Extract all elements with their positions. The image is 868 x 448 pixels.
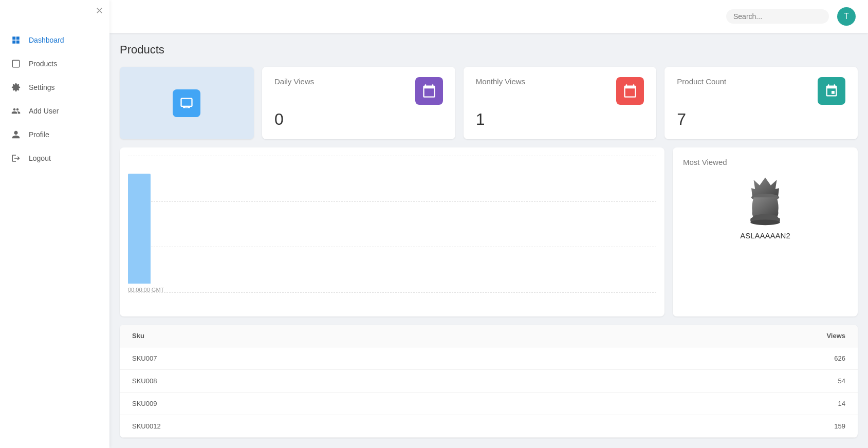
table-row: SKU008 54 (120, 370, 858, 393)
sidebar-item-label: Profile (29, 130, 49, 139)
avatar[interactable]: T (837, 7, 856, 26)
search-input[interactable] (733, 12, 822, 21)
daily-views-label: Daily Views (274, 77, 314, 86)
table-row: SKU009 14 (120, 393, 858, 415)
daily-views-card: Daily Views 0 (262, 67, 455, 139)
sidebar-nav: Dashboard Products Settings Add User Pro (0, 28, 109, 170)
svg-rect-3 (16, 41, 20, 44)
product-count-label: Product Count (677, 77, 726, 86)
products-icon (10, 58, 22, 69)
monthly-views-value: 1 (476, 110, 644, 129)
daily-views-value: 0 (274, 110, 443, 129)
monitor-icon-box (173, 89, 200, 117)
most-viewed-card: Most Viewed (673, 147, 858, 316)
product-name: ASLAAAAAN2 (740, 231, 790, 240)
search-bar[interactable] (726, 9, 829, 24)
most-viewed-title: Most Viewed (683, 158, 727, 166)
cell-views: 159 (526, 415, 858, 438)
sidebar-item-label: Dashboard (29, 36, 64, 44)
sidebar-item-products[interactable]: Products (0, 52, 109, 76)
add-user-icon (10, 105, 22, 117)
chart-bars: 00:00:00 GMT (128, 156, 656, 293)
main-content: T Products Daily Views (109, 0, 868, 448)
bottom-row: 00:00:00 GMT Most Viewed (120, 147, 858, 316)
cell-sku: SKU008 (120, 370, 526, 393)
chart-bar (128, 174, 151, 284)
daily-views-header: Daily Views (274, 77, 443, 105)
sidebar-item-logout[interactable]: Logout (0, 146, 109, 170)
table-row: SKU0012 159 (120, 415, 858, 438)
sidebar-item-profile[interactable]: Profile (0, 123, 109, 146)
cell-views: 14 (526, 393, 858, 415)
col-views: Views (526, 325, 858, 347)
product-count-card: Product Count 7 (664, 67, 858, 139)
chart-container: 00:00:00 GMT (128, 156, 656, 308)
monthly-views-icon (616, 77, 644, 105)
daily-views-icon (415, 77, 443, 105)
svg-marker-6 (751, 178, 779, 196)
product-count-header: Product Count (677, 77, 845, 105)
sidebar-item-label: Add User (29, 107, 59, 115)
profile-icon (10, 129, 22, 140)
bar-wrapper: 00:00:00 GMT (128, 156, 164, 293)
monthly-views-label: Monthly Views (476, 77, 525, 86)
cell-sku: SKU009 (120, 393, 526, 415)
sku-table: Sku Views SKU007 626 SKU008 54 SKU009 14… (120, 325, 858, 438)
cell-views: 54 (526, 370, 858, 393)
settings-icon (10, 82, 22, 93)
sidebar-item-settings[interactable]: Settings (0, 76, 109, 99)
chart-x-label: 00:00:00 GMT (128, 287, 164, 293)
sidebar: ✕ Dashboard Products Settings Add User (0, 0, 109, 448)
svg-rect-2 (12, 41, 15, 44)
product-image (742, 175, 788, 231)
sidebar-item-label: Logout (29, 154, 51, 162)
cell-sku: SKU0012 (120, 415, 526, 438)
svg-point-10 (750, 219, 780, 225)
monthly-views-header: Monthly Views (476, 77, 644, 105)
sidebar-item-add-user[interactable]: Add User (0, 99, 109, 123)
table-body: SKU007 626 SKU008 54 SKU009 14 SKU0012 1… (120, 347, 858, 438)
monitor-card (120, 67, 254, 139)
sidebar-item-label: Settings (29, 83, 55, 91)
svg-rect-1 (16, 36, 20, 40)
product-count-icon (818, 77, 845, 105)
chart-card: 00:00:00 GMT (120, 147, 664, 316)
product-count-value: 7 (677, 110, 845, 129)
dashboard-icon (10, 34, 22, 46)
svg-rect-4 (12, 60, 20, 67)
content-area: Products Daily Views (109, 33, 868, 448)
cell-sku: SKU007 (120, 347, 526, 370)
table-row: SKU007 626 (120, 347, 858, 370)
logout-icon (10, 153, 22, 164)
table-header: Sku Views (120, 325, 858, 347)
page-title: Products (120, 43, 858, 57)
svg-point-5 (187, 107, 187, 107)
cell-views: 626 (526, 347, 858, 370)
table-card: Sku Views SKU007 626 SKU008 54 SKU009 14… (120, 325, 858, 438)
col-sku: Sku (120, 325, 526, 347)
svg-rect-0 (12, 36, 15, 40)
close-button[interactable]: ✕ (96, 5, 103, 16)
sidebar-item-label: Products (29, 60, 57, 68)
sidebar-item-dashboard[interactable]: Dashboard (0, 28, 109, 52)
header: T (109, 0, 868, 33)
stats-row: Daily Views 0 Monthly Views (120, 67, 858, 139)
monthly-views-card: Monthly Views 1 (464, 67, 657, 139)
